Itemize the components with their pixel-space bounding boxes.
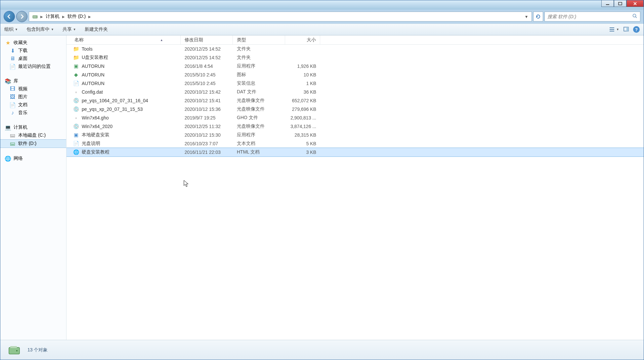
chevron-down-icon: ▼	[51, 28, 54, 31]
share-button[interactable]: 共享 ▼	[63, 26, 76, 32]
file-row[interactable]: 💿pe_yqs_1064_20_07_31_16_042020/10/12 15…	[66, 96, 644, 105]
exe-icon: ▣	[73, 63, 79, 69]
file-row[interactable]: 📄AUTORUN2015/5/10 2:45安装信息1 KB	[66, 79, 644, 88]
file-row[interactable]: 📁U盘安装教程2020/12/25 14:52文件夹	[66, 53, 644, 62]
file-row[interactable]: 📄光盘说明2016/10/23 7:07文本文档5 KB	[66, 139, 644, 148]
file-name-cell: 💿Win7x64_2020	[66, 123, 181, 129]
file-type: 应用程序	[233, 63, 285, 69]
organize-button[interactable]: 组织 ▼	[4, 26, 18, 32]
sidebar-item-label: 本地磁盘 (C:)	[18, 132, 46, 138]
sidebar-item-drive-d[interactable]: 🖴 软件 (D:)	[0, 139, 66, 148]
file-row[interactable]: 💿pe_yqs_xp_20_07_31_15_532020/10/12 15:3…	[66, 105, 644, 113]
sidebar-computer-header[interactable]: 💻 计算机	[0, 123, 66, 131]
new-folder-button[interactable]: 新建文件夹	[85, 26, 108, 32]
sidebar-item-videos[interactable]: 🎞 视频	[0, 85, 66, 93]
svg-rect-1	[619, 2, 622, 5]
file-date: 2016/11/21 22:03	[181, 150, 233, 155]
file-type: 安装信息	[233, 80, 285, 86]
file-row[interactable]: 📁Tools2020/12/25 14:52文件夹	[66, 45, 644, 53]
column-name[interactable]: 名称 ▲	[66, 35, 181, 44]
refresh-button[interactable]	[533, 12, 543, 22]
include-library-button[interactable]: 包含到库中 ▼	[26, 26, 54, 32]
sidebar-item-downloads[interactable]: ⬇ 下载	[0, 47, 66, 55]
column-date[interactable]: 修改日期	[181, 35, 233, 44]
drive-icon	[7, 343, 21, 357]
sidebar-item-documents[interactable]: 📄 文档	[0, 101, 66, 109]
download-icon: ⬇	[10, 48, 16, 54]
file-type: 文件夹	[233, 55, 285, 61]
svg-point-11	[16, 350, 18, 351]
preview-pane-button[interactable]	[623, 26, 629, 33]
forward-button[interactable]	[16, 11, 27, 22]
document-icon: 📄	[10, 102, 16, 108]
music-icon: ♪	[10, 110, 16, 116]
view-mode-button[interactable]: ▼	[609, 26, 619, 32]
chevron-right-icon: ▶	[88, 15, 92, 19]
svg-rect-9	[626, 27, 628, 31]
column-type[interactable]: 类型	[233, 35, 285, 44]
include-label: 包含到库中	[26, 26, 50, 32]
iso-icon: 💿	[73, 98, 79, 104]
file-date: 2020/10/12 15:36	[181, 107, 233, 112]
file-icon: ▫	[73, 89, 79, 95]
drive-icon: 🖴	[10, 132, 16, 138]
file-row[interactable]: ▣本地硬盘安装2020/10/12 15:30应用程序28,315 KB	[66, 131, 644, 139]
file-size: 1 KB	[285, 81, 320, 86]
file-name: Win7x64.gho	[82, 115, 109, 120]
file-name-cell: ▣本地硬盘安装	[66, 132, 181, 138]
file-row[interactable]: ◆AUTORUN2015/5/10 2:45图标10 KB	[66, 70, 644, 79]
breadcrumb-dropdown[interactable]: ▾	[523, 14, 530, 19]
maximize-button[interactable]	[614, 0, 626, 7]
file-type: 文本文档	[233, 141, 285, 147]
sidebar-favorites-header[interactable]: ★ 收藏夹	[0, 39, 66, 47]
file-row[interactable]: 💿Win7x64_20202020/12/25 11:32光盘映像文件3,874…	[66, 122, 644, 131]
sidebar-item-drive-c[interactable]: 🖴 本地磁盘 (C:)	[0, 131, 66, 139]
search-icon	[632, 13, 637, 20]
sidebar-libraries-header[interactable]: 📚 库	[0, 77, 66, 85]
file-icon: ▫	[73, 115, 79, 121]
file-name: AUTORUN	[82, 64, 105, 69]
svg-point-4	[633, 14, 636, 17]
search-box[interactable]	[544, 12, 640, 22]
sidebar-network-header[interactable]: 🌐 网络	[0, 155, 66, 162]
file-date: 2020/12/25 14:52	[181, 46, 233, 52]
sidebar-network-group: 🌐 网络	[0, 155, 66, 162]
file-name: U盘安装教程	[82, 55, 108, 61]
picture-icon: 🖼	[10, 94, 16, 100]
file-name-cell: 📄光盘说明	[66, 141, 181, 147]
sidebar-item-label: 软件 (D:)	[18, 141, 36, 147]
share-label: 共享	[63, 26, 72, 32]
file-size: 36 KB	[285, 89, 320, 95]
file-date: 2020/12/25 14:52	[181, 55, 233, 60]
file-row[interactable]: 🌐硬盘安装教程2016/11/21 22:03HTML 文档3 KB	[66, 148, 644, 157]
sidebar-item-label: 图片	[18, 94, 27, 100]
file-row[interactable]: ▫Config.dat2020/10/12 15:42DAT 文件36 KB	[66, 88, 644, 96]
sidebar-item-desktop[interactable]: 🖥 桌面	[0, 55, 66, 63]
recent-icon: 📄	[10, 64, 16, 69]
sidebar-item-music[interactable]: ♪ 音乐	[0, 109, 66, 117]
file-list: 名称 ▲ 修改日期 类型 大小 📁Tools2020/12/25 14:52文件…	[66, 35, 644, 340]
minimize-button[interactable]	[601, 0, 614, 7]
breadcrumb-computer[interactable]: 计算机	[44, 14, 62, 20]
file-size: 2,900,813 ...	[285, 115, 320, 120]
sidebar-item-pictures[interactable]: 🖼 图片	[0, 93, 66, 101]
breadcrumb-drive[interactable]: 软件 (D:)	[65, 14, 88, 20]
file-name: Win7x64_2020	[82, 124, 112, 129]
statusbar: 13 个对象	[0, 340, 644, 360]
close-button[interactable]	[626, 0, 644, 7]
window-controls	[601, 0, 644, 7]
help-button[interactable]: ?	[633, 26, 640, 33]
file-size: 5 KB	[285, 141, 320, 146]
file-row[interactable]: ▫Win7x64.gho2019/9/7 19:25GHO 文件2,900,81…	[66, 113, 644, 122]
sidebar-item-recent[interactable]: 📄 最近访问的位置	[0, 63, 66, 70]
sidebar-computer-group: 💻 计算机 🖴 本地磁盘 (C:) 🖴 软件 (D:)	[0, 123, 66, 148]
file-row[interactable]: ▣AUTORUN2016/1/8 4:54应用程序1,926 KB	[66, 62, 644, 70]
breadcrumb[interactable]: ▶ 计算机 ▶ 软件 (D:) ▶ ▾	[29, 12, 532, 22]
ico-icon: ◆	[73, 72, 79, 78]
search-input[interactable]	[547, 14, 632, 19]
file-date: 2016/10/23 7:07	[181, 141, 233, 146]
chevron-down-icon: ▼	[616, 28, 619, 31]
column-size[interactable]: 大小	[285, 35, 320, 44]
back-button[interactable]	[4, 11, 15, 22]
file-name: 硬盘安装教程	[82, 149, 109, 155]
